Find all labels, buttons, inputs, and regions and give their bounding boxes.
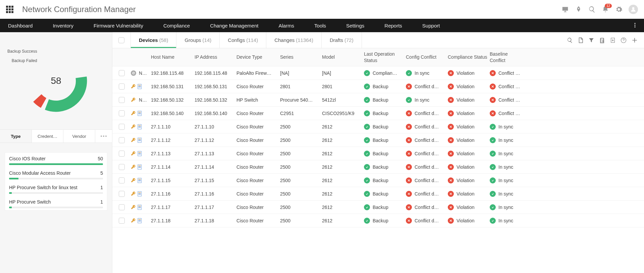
row-checkbox[interactable] [119, 137, 125, 143]
credential-key-icon [131, 218, 136, 223]
cell-series: [NA] [280, 70, 322, 76]
row-checkbox[interactable] [119, 84, 125, 90]
search-icon[interactable] [588, 6, 596, 13]
col-device-type[interactable]: Device Type [236, 54, 280, 60]
credential-key-icon [131, 191, 136, 197]
table-row[interactable]: 27.1.1.17 27.1.1.17 Cisco Router 2500 26… [112, 201, 644, 214]
row-checkbox[interactable] [119, 204, 125, 210]
nav-support[interactable]: Support [422, 23, 440, 29]
svg-rect-29 [139, 165, 141, 166]
type-row[interactable]: Cisco Modular Access Router5 [5, 167, 107, 181]
import-icon[interactable] [610, 37, 616, 43]
row-checkbox[interactable] [119, 164, 125, 170]
tab-changes[interactable]: Changes (11364) [266, 32, 322, 48]
tab-label: Groups [184, 37, 201, 43]
help-icon[interactable] [621, 37, 627, 43]
col-hostname[interactable]: Host Name [151, 54, 192, 60]
presentation-icon[interactable] [561, 6, 569, 13]
table-row[interactable]: 27.1.1.12 27.1.1.12 Cisco Router 2500 26… [112, 133, 644, 147]
row-checkbox[interactable] [119, 218, 125, 224]
table-row[interactable]: 27.1.1.15 27.1.1.15 Cisco Router 2500 26… [112, 174, 644, 187]
row-checkbox[interactable] [119, 124, 125, 130]
svg-rect-45 [139, 219, 141, 219]
col-ip[interactable]: IP Address [195, 54, 236, 60]
nav-compliance[interactable]: Compliance [163, 23, 190, 29]
filter-icon[interactable] [588, 37, 594, 43]
svg-rect-28 [138, 165, 142, 169]
filter-tab-type[interactable]: Type [0, 130, 32, 143]
col-baseline[interactable]: Baseline Conflict [490, 51, 523, 63]
config-file-icon [138, 124, 143, 129]
row-checkbox[interactable] [119, 191, 125, 197]
cross-icon [406, 218, 412, 224]
credential-key-icon [131, 124, 136, 129]
legend-failed: Backup Failed [7, 58, 37, 63]
svg-rect-24 [138, 151, 142, 156]
tab-drafts[interactable]: Drafts (72) [322, 32, 362, 48]
select-all-checkbox[interactable] [118, 37, 124, 43]
col-model[interactable]: Model [322, 54, 364, 60]
table-row[interactable]: N… 192.168.50.132 192.168.50.132 HP Swit… [112, 93, 644, 107]
nav-firmware-vulnerability[interactable]: Firmware Vulnerability [94, 23, 143, 29]
row-checkbox[interactable] [119, 110, 125, 116]
svg-rect-25 [139, 152, 141, 152]
check-icon [490, 191, 496, 197]
user-avatar[interactable] [629, 5, 638, 14]
table-row[interactable]: 192.168.50.140 192.168.50.140 Cisco Rout… [112, 107, 644, 120]
cell-hostname: 27.1.1.12 [151, 138, 195, 143]
row-checkbox[interactable] [119, 97, 125, 103]
nav-dashboard[interactable]: Dashboard [8, 23, 33, 29]
cell-device-type: Cisco Router [236, 218, 280, 223]
tab-groups[interactable]: Groups (14) [176, 32, 220, 48]
filter-tab-vendor[interactable]: Vendor [63, 130, 95, 143]
col-config-conflict[interactable]: Config Conflict [406, 54, 448, 60]
filter-tab-credent[interactable]: Credent… [32, 130, 64, 143]
table-row[interactable]: 27.1.1.14 27.1.1.14 Cisco Router 2500 26… [112, 160, 644, 174]
row-checkbox[interactable] [119, 151, 125, 157]
table-row[interactable]: 192.168.50.131 192.168.50.131 Cisco Rout… [112, 80, 644, 93]
nav-settings[interactable]: Settings [346, 23, 364, 29]
nav-change-management[interactable]: Change Management [210, 23, 258, 29]
col-compliance[interactable]: Compliance Status [448, 54, 490, 60]
table-row[interactable]: 27.1.1.13 27.1.1.13 Cisco Router 2500 26… [112, 147, 644, 160]
tab-devices[interactable]: Devices (58) [131, 32, 176, 48]
nav-alarms[interactable]: Alarms [278, 23, 294, 29]
svg-rect-46 [139, 220, 141, 220]
cell-device-type: Cisco Router [236, 124, 280, 129]
col-series[interactable]: Series [280, 54, 322, 60]
cell-device-type: Cisco Router [236, 138, 280, 143]
type-row[interactable]: Cisco IOS Router50 [5, 153, 107, 167]
nav-reports[interactable]: Reports [384, 23, 402, 29]
nav-more-icon[interactable] [632, 22, 638, 29]
cell-device-type: PaloAlto Firew… [236, 70, 280, 76]
table-row[interactable]: 27.1.1.18 27.1.1.18 Cisco Router 2500 26… [112, 214, 644, 227]
cell-device-type: Cisco Router [236, 178, 280, 183]
cross-icon [490, 70, 496, 76]
pdf-export-icon[interactable] [578, 37, 584, 43]
type-row[interactable]: HP Procurve Switch for linux test1 [5, 181, 107, 196]
cross-icon [448, 84, 454, 90]
type-row[interactable]: HP Procurve Switch1 [5, 196, 107, 210]
apps-grid-icon[interactable] [6, 6, 13, 13]
row-checkbox[interactable] [119, 70, 125, 76]
row-checkbox[interactable] [119, 177, 125, 183]
filter-more-icon[interactable] [95, 130, 112, 143]
bell-icon[interactable]: 12 [602, 6, 609, 13]
table-row[interactable]: 27.1.1.10 27.1.1.10 Cisco Router 2500 26… [112, 120, 644, 133]
table-row[interactable]: 27.1.1.16 27.1.1.16 Cisco Router 2500 26… [112, 187, 644, 201]
gear-icon[interactable] [615, 6, 623, 13]
table-row[interactable]: N… 192.168.115.48 192.168.115.48 PaloAlt… [112, 66, 644, 80]
rocket-icon[interactable] [575, 6, 582, 13]
tab-configs[interactable]: Configs (114) [220, 32, 266, 48]
cell-series: 2500 [280, 151, 322, 156]
col-last-op[interactable]: Last Operation Status [364, 51, 406, 63]
clipboard-search-icon[interactable] [599, 37, 605, 43]
topbar: Network Configuration Manager 12 [0, 0, 644, 19]
nav-inventory[interactable]: Inventory [53, 23, 73, 29]
svg-rect-16 [138, 124, 142, 129]
add-icon[interactable] [631, 37, 638, 44]
search-tool-icon[interactable] [567, 37, 573, 43]
tab-count: (114) [246, 37, 258, 43]
nav-tools[interactable]: Tools [314, 23, 326, 29]
cell-config-conflict: Conflict d… [406, 137, 448, 143]
